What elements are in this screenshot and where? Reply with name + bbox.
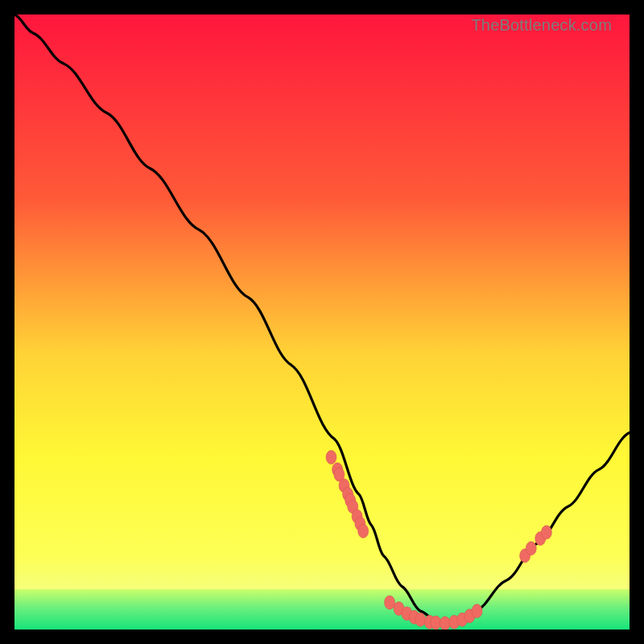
chart-frame: TheBottleneck.com (14, 14, 630, 630)
data-marker (431, 616, 441, 630)
watermark-text: TheBottleneck.com (471, 16, 612, 35)
data-marker (415, 613, 426, 626)
chart-svg (14, 14, 630, 630)
data-marker (526, 542, 536, 555)
data-marker (326, 451, 336, 464)
data-marker (472, 605, 482, 618)
data-marker (541, 526, 551, 539)
data-marker (385, 596, 395, 609)
chart-plot (14, 14, 630, 630)
data-marker (440, 617, 450, 630)
data-marker (358, 524, 369, 538)
